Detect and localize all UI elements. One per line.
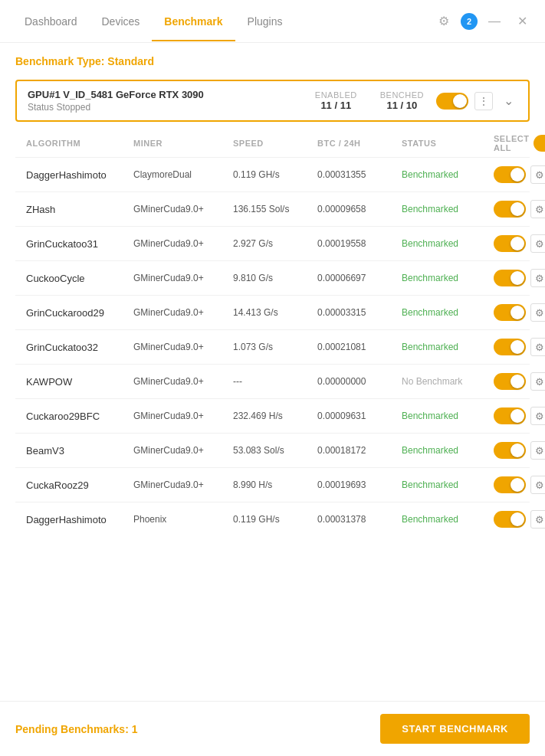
algo-gear-button[interactable]: ⚙ bbox=[530, 200, 545, 218]
gpu-status: Status Stopped bbox=[28, 102, 315, 113]
algo-miner-name: GMinerCuda9.0+ bbox=[133, 238, 233, 249]
gpu-stats: ENABLED 11 / 11 BENCHED 11 / 10 bbox=[315, 90, 424, 111]
algo-gear-button[interactable]: ⚙ bbox=[530, 269, 545, 287]
algo-gear-button[interactable]: ⚙ bbox=[530, 441, 545, 460]
table-row: KAWPOW GMinerCuda9.0+ --- 0.00000000 No … bbox=[15, 364, 530, 398]
algo-speed-value: 0.119 GH/s bbox=[233, 169, 317, 180]
algo-toggle[interactable] bbox=[494, 201, 526, 218]
algo-btc-value: 0.00021081 bbox=[317, 342, 402, 352]
tab-plugins[interactable]: Plugins bbox=[235, 2, 295, 41]
tab-dashboard[interactable]: Dashboard bbox=[12, 2, 90, 41]
algo-gear-button[interactable]: ⚙ bbox=[530, 338, 545, 356]
table-row: CuckooCycle GMinerCuda9.0+ 9.810 G/s 0.0… bbox=[15, 260, 530, 295]
col-status: STATUS bbox=[402, 139, 494, 148]
algo-miner-name: Phoenix bbox=[133, 514, 233, 525]
algo-speed-value: 2.927 G/s bbox=[233, 238, 317, 249]
algo-row-controls: ⚙ bbox=[494, 441, 545, 460]
algo-miner-name: GMinerCuda9.0+ bbox=[133, 479, 233, 490]
algo-algorithm-name: KAWPOW bbox=[26, 376, 133, 388]
algo-row-controls: ⚙ bbox=[494, 510, 545, 529]
algo-gear-button[interactable]: ⚙ bbox=[530, 372, 545, 391]
algo-row-controls: ⚙ bbox=[494, 476, 545, 494]
algo-toggle[interactable] bbox=[494, 339, 526, 355]
algo-algorithm-name: CuckaRooz29 bbox=[26, 479, 133, 491]
algo-toggle[interactable] bbox=[494, 270, 526, 286]
algo-status: Benchmarked bbox=[402, 445, 494, 456]
enabled-value: 11 / 11 bbox=[315, 100, 357, 111]
app-header: Dashboard Devices Benchmark Plugins ⚙ 2 … bbox=[0, 0, 545, 43]
algo-status: Benchmarked bbox=[402, 479, 494, 490]
algo-algorithm-name: BeamV3 bbox=[26, 445, 133, 457]
algo-btc-value: 0.00019693 bbox=[317, 479, 402, 490]
table-row: GrinCuckatoo32 GMinerCuda9.0+ 1.073 G/s … bbox=[15, 329, 530, 364]
algo-status: Benchmarked bbox=[402, 342, 494, 352]
algo-btc-value: 0.00019558 bbox=[317, 238, 402, 249]
algo-toggle[interactable] bbox=[494, 442, 526, 459]
algo-algorithm-name: GrinCuckarood29 bbox=[26, 307, 133, 319]
gpu-toggle[interactable] bbox=[436, 93, 468, 110]
algo-speed-value: 136.155 Sol/s bbox=[233, 204, 317, 214]
table-row: DaggerHashimoto Phoenix 0.119 GH/s 0.000… bbox=[15, 502, 530, 536]
algo-row-controls: ⚙ bbox=[494, 269, 545, 287]
col-algorithm: ALGORITHM bbox=[26, 139, 133, 148]
algo-gear-button[interactable]: ⚙ bbox=[530, 510, 545, 529]
algo-gear-button[interactable]: ⚙ bbox=[530, 234, 545, 253]
algo-gear-button[interactable]: ⚙ bbox=[530, 476, 545, 494]
algo-btc-value: 0.00003315 bbox=[317, 307, 402, 318]
algo-status: Benchmarked bbox=[402, 273, 494, 283]
table-row: ZHash GMinerCuda9.0+ 136.155 Sol/s 0.000… bbox=[15, 191, 530, 226]
gpu-controls: ⋮ ⌄ bbox=[436, 92, 517, 110]
algo-btc-value: 0.00031378 bbox=[317, 514, 402, 525]
algo-toggle[interactable] bbox=[494, 511, 526, 528]
algo-gear-button[interactable]: ⚙ bbox=[530, 303, 545, 322]
algo-speed-value: 9.810 G/s bbox=[233, 273, 317, 283]
gpu-enabled-stat: ENABLED 11 / 11 bbox=[315, 90, 357, 111]
start-benchmark-button[interactable]: START BENCHMARK bbox=[380, 714, 530, 744]
algo-btc-value: 0.00009631 bbox=[317, 411, 402, 421]
gpu-name: GPU#1 V_ID_5481 GeForce RTX 3090 bbox=[28, 89, 315, 100]
minimize-icon[interactable]: — bbox=[484, 11, 505, 32]
benchmark-type-label: Benchmark Type: bbox=[15, 55, 104, 67]
col-select-all: SELECT ALL bbox=[494, 134, 545, 152]
algo-btc-value: 0.00031355 bbox=[317, 169, 402, 180]
algo-algorithm-name: GrinCuckatoo32 bbox=[26, 342, 133, 353]
algo-miner-name: GMinerCuda9.0+ bbox=[133, 273, 233, 283]
algo-speed-value: 8.990 H/s bbox=[233, 479, 317, 490]
gpu-dots-menu[interactable]: ⋮ bbox=[474, 92, 493, 110]
algo-toggle[interactable] bbox=[494, 304, 526, 321]
algo-speed-value: 14.413 G/s bbox=[233, 307, 317, 318]
settings-icon[interactable]: ⚙ bbox=[433, 11, 455, 32]
algo-algorithm-name: CuckooCycle bbox=[26, 273, 133, 284]
algo-row-controls: ⚙ bbox=[494, 338, 545, 356]
nav-tabs: Dashboard Devices Benchmark Plugins bbox=[12, 2, 433, 41]
algo-toggle[interactable] bbox=[494, 235, 526, 252]
table-row: GrinCuckarood29 GMinerCuda9.0+ 14.413 G/… bbox=[15, 295, 530, 329]
benched-label: BENCHED bbox=[380, 90, 424, 100]
table-row: DaggerHashimoto ClaymoreDual 0.119 GH/s … bbox=[15, 157, 530, 191]
tab-devices[interactable]: Devices bbox=[90, 2, 153, 41]
algo-algorithm-name: DaggerHashimoto bbox=[26, 169, 133, 181]
algo-toggle[interactable] bbox=[494, 476, 526, 493]
algo-speed-value: --- bbox=[233, 376, 317, 387]
algo-btc-value: 0.00000000 bbox=[317, 376, 402, 387]
gpu-chevron[interactable]: ⌄ bbox=[499, 92, 517, 110]
col-miner: MINER bbox=[133, 139, 233, 148]
table-row: Cuckaroo29BFC GMinerCuda9.0+ 232.469 H/s… bbox=[15, 398, 530, 433]
algo-toggle[interactable] bbox=[494, 166, 526, 183]
algo-btc-value: 0.00009658 bbox=[317, 204, 402, 214]
select-all-toggle[interactable] bbox=[534, 135, 545, 152]
algo-gear-button[interactable]: ⚙ bbox=[530, 407, 545, 425]
table-row: GrinCuckatoo31 GMinerCuda9.0+ 2.927 G/s … bbox=[15, 226, 530, 260]
tab-benchmark[interactable]: Benchmark bbox=[152, 2, 235, 41]
enabled-label: ENABLED bbox=[315, 90, 357, 100]
close-icon[interactable]: ✕ bbox=[511, 11, 533, 32]
algo-table-header: ALGORITHM MINER SPEED BTC / 24H STATUS S… bbox=[15, 129, 530, 157]
algo-toggle[interactable] bbox=[494, 407, 526, 424]
notification-badge[interactable]: 2 bbox=[461, 13, 478, 30]
benchmark-type: Benchmark Type: Standard bbox=[15, 55, 530, 67]
benched-value: 11 / 10 bbox=[380, 100, 424, 111]
algo-status: Benchmarked bbox=[402, 307, 494, 318]
algo-toggle[interactable] bbox=[494, 373, 526, 390]
algo-gear-button[interactable]: ⚙ bbox=[530, 165, 545, 184]
algo-algorithm-name: DaggerHashimoto bbox=[26, 514, 133, 525]
